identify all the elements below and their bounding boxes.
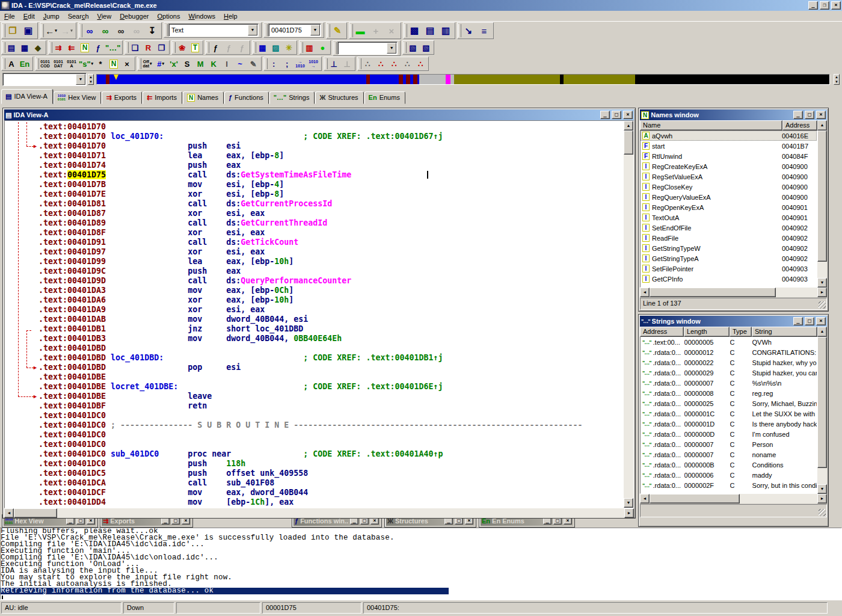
strings-maximize-button[interactable]: □ xyxy=(805,317,814,325)
view-combo[interactable]: Text▼ xyxy=(168,23,259,37)
number-button[interactable]: #▾ xyxy=(154,58,167,70)
disassembly-line[interactable]: .text:00401DC5 push offset unk_409558 xyxy=(5,469,624,478)
rename-button[interactable]: ▧ xyxy=(406,42,419,54)
user-graph-button[interactable]: ∴ xyxy=(414,58,427,70)
disassembly-line[interactable]: .text:00401DC0 xyxy=(5,440,624,449)
ida-view-maximize-button[interactable]: □ xyxy=(612,111,621,119)
jump-address-button[interactable]: ↧ xyxy=(144,23,160,38)
names-hscrollbar[interactable]: ◄ ► xyxy=(640,288,827,297)
names-row[interactable]: ITextOutA0040901 xyxy=(641,212,817,223)
back-button[interactable]: ←▾ xyxy=(43,23,59,38)
names-row[interactable]: IRegQueryValueExA0040900 xyxy=(641,192,817,202)
jump-waterfall-button[interactable]: ⊥ xyxy=(327,58,340,70)
make-code-button[interactable]: 0101COD xyxy=(38,58,52,70)
disassembly-line[interactable]: .text:00401D7E xor esi, [ebp-8] xyxy=(5,189,624,199)
strings-scroll-left-icon[interactable]: ◄ xyxy=(640,494,650,504)
delete-item-button[interactable]: × xyxy=(384,23,399,38)
make-string-button[interactable]: "s"▾ xyxy=(78,58,94,70)
strings-row[interactable]: "…".text:00...00000005CQVWh xyxy=(641,337,817,347)
create-function-button[interactable]: ƒ xyxy=(209,42,222,54)
disassembly-line[interactable]: .text:00401D81 call ds:GetCurrentProcess… xyxy=(5,199,624,209)
enum-member-button[interactable]: M xyxy=(194,58,207,70)
tab-names[interactable]: NNames xyxy=(183,91,224,104)
disassembly-line[interactable]: .text:00401DBE locret_401DBE: ; CODE XRE… xyxy=(5,382,624,392)
names-title-bar[interactable]: N Names window _ □ × xyxy=(640,109,827,120)
tile-vertical-button[interactable]: ▥ xyxy=(438,23,453,38)
disassembly-line[interactable]: .text:00401DC0 xyxy=(5,411,624,420)
strings-close-button[interactable]: × xyxy=(816,317,826,325)
disassembly-line[interactable]: .text:00401D99 lea eax, [ebp-10h] xyxy=(5,257,624,266)
strings-row[interactable]: "…".rdata:0...00000008Creg.reg xyxy=(641,388,817,398)
disassembly-line[interactable]: .text:00401DBF retn xyxy=(5,401,624,411)
combo-dropdown-icon[interactable]: ▼ xyxy=(248,25,257,35)
xrefs-from-button[interactable]: ∴ xyxy=(401,58,414,70)
segment-button[interactable]: S xyxy=(180,58,194,70)
invert-sign-button[interactable]: ~ xyxy=(233,58,247,70)
nav-name-combo[interactable]: ▼ xyxy=(2,73,87,86)
tab-imports[interactable]: ⇇Imports xyxy=(143,91,182,104)
column-header-address[interactable]: Address xyxy=(640,327,684,337)
tab-strings[interactable]: "…"Strings xyxy=(269,91,315,104)
column-header-length[interactable]: Length xyxy=(684,327,730,337)
colors-palette-button[interactable]: ❀ xyxy=(175,42,188,54)
strings-row[interactable]: "…".rdata:0...0000002FCSorry, but in thi… xyxy=(641,480,817,490)
names-maximize-button[interactable]: □ xyxy=(805,111,814,119)
navigation-band[interactable] xyxy=(96,74,830,85)
text-format-button[interactable]: T xyxy=(188,42,201,54)
resize-grip-icon[interactable] xyxy=(819,509,826,516)
ascii-string-button[interactable]: A xyxy=(5,58,18,70)
strings-scroll-up-icon[interactable]: ▲ xyxy=(817,327,827,337)
offset-data-button[interactable]: Offdat▾ xyxy=(141,58,154,70)
flow-chart-button[interactable]: ∴ xyxy=(361,58,374,70)
edit-comment-button[interactable]: ✎ xyxy=(247,58,260,70)
enum-button[interactable]: En xyxy=(18,58,31,70)
close-button[interactable]: × xyxy=(831,1,841,10)
names-button[interactable]: N xyxy=(78,42,91,54)
delete-name-button[interactable]: ▧ xyxy=(419,42,432,54)
forward-button[interactable]: →▾ xyxy=(59,23,75,38)
menu-help[interactable]: Help xyxy=(220,11,242,21)
disassembly-line[interactable]: .text:00401D87 xor esi, eax xyxy=(5,209,624,218)
disassembly-line[interactable]: .text:00401DCF mov eax, dword_40B044 xyxy=(5,488,624,497)
disassembly-line[interactable]: .text:00401DC0 xyxy=(5,430,624,440)
names-row[interactable]: IGetCPInfo0040903 xyxy=(641,274,817,284)
column-header-string[interactable]: String xyxy=(752,327,817,337)
names-close-button[interactable]: × xyxy=(816,111,826,119)
names-row[interactable]: IRegCreateKeyExA0040900 xyxy=(641,161,817,171)
stack-var-button[interactable]: K xyxy=(207,58,220,70)
names-row[interactable]: ISetEndOfFile0040902 xyxy=(641,223,817,233)
disassembly-line[interactable]: .text:00401DB3 mov dword_40B044, 0BB40E6… xyxy=(5,334,624,343)
xrefs-to-button[interactable]: ∴ xyxy=(387,58,401,70)
open-file-button[interactable]: ❒ xyxy=(5,23,20,38)
script-button[interactable]: ▨ xyxy=(269,42,282,54)
jump-waterfall2-button[interactable]: ⊥ xyxy=(340,58,354,70)
tab-ida-view-a[interactable]: ▤IDA View-A xyxy=(1,89,53,104)
highlighter-button[interactable]: ✎ xyxy=(330,23,345,38)
menu-debugger[interactable]: Debugger xyxy=(115,11,153,21)
imports-button[interactable]: ⇇ xyxy=(65,42,78,54)
menu-edit[interactable]: Edit xyxy=(19,11,39,21)
window-list-button[interactable]: ≡ xyxy=(476,23,492,38)
resize-grip-icon[interactable] xyxy=(819,301,826,309)
char-button[interactable]: 'x' xyxy=(167,58,180,70)
struct-var-button[interactable]: I xyxy=(220,58,233,70)
address-combo[interactable]: 00401D75▼ xyxy=(268,23,321,37)
disassembly-line[interactable]: .text:00401D89 call ds:GetCurrentThreadI… xyxy=(5,218,624,228)
disassembly-line[interactable]: .text:00401D7B mov esi, [ebp-4] xyxy=(5,180,624,189)
strings-row[interactable]: "…".rdata:0...00000007Cnoname xyxy=(641,449,817,460)
names-row[interactable]: IRegOpenKeyExA0040901 xyxy=(641,202,817,212)
make-name-button[interactable]: N xyxy=(107,58,120,70)
mark-position-button[interactable]: ▬ xyxy=(352,23,368,38)
exports-button[interactable]: ⇉ xyxy=(52,42,65,54)
names-scroll-left-icon[interactable]: ◄ xyxy=(640,288,650,297)
hex-view-button[interactable]: ▦ xyxy=(18,42,31,54)
strings-row[interactable]: "…".rdata:0...0000001CCLet the SUXX be w… xyxy=(641,408,817,419)
strings-row[interactable]: "…".rdata:0...0000000DCI'm confused xyxy=(641,429,817,439)
disassembly-hscrollbar[interactable]: ◄ ► xyxy=(4,508,634,518)
run-analysis-button[interactable]: ● xyxy=(316,42,329,54)
scroll-down-icon[interactable]: ▼ xyxy=(624,498,633,508)
column-header-type[interactable]: Type xyxy=(730,327,752,337)
disassembly-line[interactable]: .text:00401DBE xyxy=(5,372,624,382)
menu-windows[interactable]: Windows xyxy=(184,11,220,21)
names-row[interactable]: FRtlUnwind004084F xyxy=(641,151,817,161)
